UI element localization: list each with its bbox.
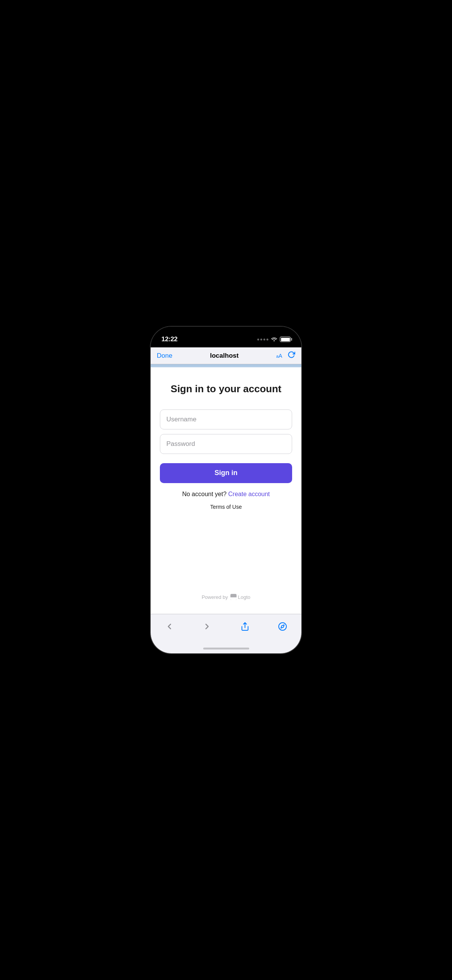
- status-icons: [257, 336, 291, 342]
- text-size-button[interactable]: aA: [276, 353, 282, 359]
- browser-tab-hint: [151, 364, 301, 367]
- account-row: No account yet? Create account: [182, 491, 270, 498]
- browser-bottom-toolbar: [151, 614, 301, 646]
- done-button[interactable]: Done: [157, 352, 173, 360]
- page-body: Sign in to your account Sign in No accou…: [151, 367, 301, 614]
- browser-top-bar: Done localhost aA: [151, 347, 301, 364]
- logto-logo: Logto: [230, 594, 251, 600]
- compass-button[interactable]: [274, 618, 291, 635]
- logto-logo-icon: [230, 594, 237, 600]
- status-bar: 12:22: [151, 327, 301, 347]
- page-title: Sign in to your account: [171, 383, 281, 396]
- main-content: Sign in to your account Sign in No accou…: [151, 367, 301, 614]
- browser-actions: aA: [276, 351, 295, 360]
- reload-button[interactable]: [288, 351, 295, 360]
- create-account-link[interactable]: Create account: [228, 491, 270, 497]
- browser-url: localhost: [210, 352, 239, 360]
- status-time: 12:22: [161, 335, 178, 343]
- back-button[interactable]: [161, 618, 178, 635]
- wifi-icon: [271, 336, 277, 342]
- phone-frame: 12:22 Done localhost: [151, 327, 301, 653]
- sign-in-button[interactable]: Sign in: [160, 463, 292, 483]
- username-input[interactable]: [160, 409, 292, 429]
- home-indicator: [151, 646, 301, 653]
- powered-by: Powered by Logto: [202, 586, 250, 605]
- svg-marker-2: [281, 625, 284, 628]
- battery-icon: [280, 337, 291, 342]
- logto-label: Logto: [238, 594, 251, 600]
- password-input[interactable]: [160, 434, 292, 454]
- no-account-text: No account yet?: [182, 491, 227, 497]
- svg-point-1: [279, 623, 286, 630]
- forward-button[interactable]: [199, 618, 215, 635]
- home-bar: [203, 648, 249, 649]
- powered-by-text: Powered by: [202, 594, 228, 600]
- signal-icon: [257, 339, 268, 340]
- login-form: [160, 409, 292, 454]
- share-button[interactable]: [237, 618, 253, 635]
- browser-chrome: Done localhost aA: [151, 347, 301, 367]
- terms-link[interactable]: Terms of Use: [210, 504, 242, 510]
